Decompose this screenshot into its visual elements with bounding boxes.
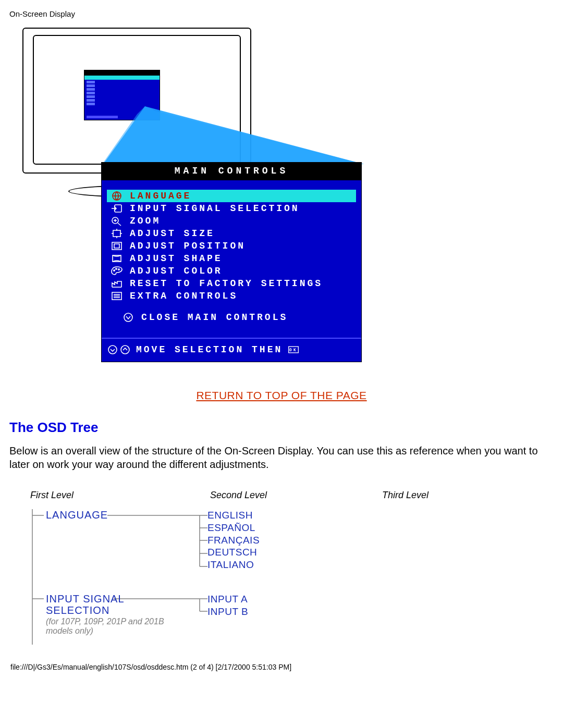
tree-child: INPUT A <box>207 593 248 606</box>
osd-item-label: INPUT SIGNAL SELECTION <box>130 203 300 214</box>
osd-item-label: EXTRA CONTROLS <box>130 291 238 301</box>
osd-panel: MAIN CONTROLS LANGUAGE INPUT SIGNAL SELE… <box>101 162 362 362</box>
magnify-icon <box>110 215 124 227</box>
osd-item-reset[interactable]: RESET TO FACTORY SETTINGS <box>107 277 356 290</box>
osd-footer-text: MOVE SELECTION THEN <box>136 344 283 355</box>
osd-item-label: LANGUAGE <box>130 191 191 201</box>
tree-child: ESPAÑOL <box>207 522 260 534</box>
down-circle-icon <box>107 344 118 355</box>
footer-path: file:///D|/Gs3/Es/manual/english/107S/os… <box>9 658 554 676</box>
projection-beam <box>88 67 359 161</box>
osd-close-label: CLOSE MAIN CONTROLS <box>141 312 288 323</box>
svg-line-7 <box>118 223 121 226</box>
osd-item-adjust-shape[interactable]: ADJUST SHAPE <box>107 252 356 265</box>
osd-figure: MAIN CONTROLS LANGUAGE INPUT SIGNAL SELE… <box>9 28 531 366</box>
tree-child: DEUTSCH <box>207 546 260 559</box>
osd-item-zoom[interactable]: ZOOM <box>107 215 356 227</box>
osd-item-label: ZOOM <box>130 216 161 226</box>
osd-item-language[interactable]: LANGUAGE <box>107 190 356 202</box>
tree-note: (for 107P, 109P, 201P and 201B models on… <box>46 617 187 636</box>
list-icon <box>110 290 124 302</box>
svg-point-20 <box>118 269 119 270</box>
shape-icon <box>110 253 124 264</box>
osd-item-adjust-position[interactable]: ADJUST POSITION <box>107 240 356 252</box>
svg-point-26 <box>124 313 132 322</box>
svg-text:OK: OK <box>289 348 298 352</box>
osd-item-label: ADJUST COLOR <box>130 266 223 276</box>
size-icon <box>110 228 124 239</box>
osd-tree: First Level Second Level Third Level <box>9 490 554 636</box>
osd-item-label: ADJUST SIZE <box>130 228 215 239</box>
section-body: Below is an overall view of the structur… <box>9 444 554 471</box>
svg-point-19 <box>116 268 117 269</box>
osd-close-row[interactable]: CLOSE MAIN CONTROLS <box>107 312 356 323</box>
tree-child: ITALIANO <box>207 559 260 571</box>
tree-node-input-signal: INPUT SIGNAL SELECTION (for 107P, 109P, … <box>9 593 554 636</box>
svg-rect-10 <box>113 230 120 237</box>
osd-item-label: ADJUST POSITION <box>130 241 246 251</box>
tree-header-first: First Level <box>9 490 210 501</box>
tree-header-third: Third Level <box>382 490 429 501</box>
up-circle-icon <box>119 344 131 355</box>
osd-item-adjust-color[interactable]: ADJUST COLOR <box>107 265 356 277</box>
osd-item-label: RESET TO FACTORY SETTINGS <box>130 278 323 289</box>
osd-footer: MOVE SELECTION THEN OK <box>102 338 361 362</box>
svg-rect-16 <box>114 244 119 248</box>
down-circle-icon <box>123 312 134 323</box>
osd-title: MAIN CONTROLS <box>102 163 361 180</box>
svg-point-18 <box>114 270 115 271</box>
tree-child: ENGLISH <box>207 509 260 522</box>
return-link-text[interactable]: RETURN TO TOP OF THE PAGE <box>196 389 366 401</box>
palette-icon <box>110 265 124 277</box>
svg-marker-1 <box>102 106 364 164</box>
svg-point-27 <box>108 346 117 354</box>
tree-node-language: LANGUAGE ENGLISH ESPAÑOL FRANÇAIS DEUTSC… <box>9 509 554 571</box>
section-title: The OSD Tree <box>9 419 554 436</box>
osd-item-label: ADJUST SHAPE <box>130 253 223 264</box>
svg-point-28 <box>121 346 129 354</box>
tree-label: INPUT SIGNAL SELECTION <box>46 593 187 616</box>
return-to-top-link[interactable]: RETURN TO TOP OF THE PAGE <box>9 389 554 402</box>
factory-icon <box>110 278 124 289</box>
tree-child: FRANÇAIS <box>207 534 260 547</box>
input-icon <box>110 203 124 214</box>
osd-item-adjust-size[interactable]: ADJUST SIZE <box>107 227 356 240</box>
svg-rect-15 <box>112 242 121 250</box>
osd-item-input-signal[interactable]: INPUT SIGNAL SELECTION <box>107 202 356 215</box>
tree-child: INPUT B <box>207 606 248 618</box>
globe-icon <box>110 190 124 202</box>
position-icon <box>110 240 124 252</box>
osd-item-extra[interactable]: EXTRA CONTROLS <box>107 290 356 302</box>
page-header: On-Screen Display <box>9 9 554 18</box>
tree-label: LANGUAGE <box>46 509 187 521</box>
ok-box-icon: OK <box>288 344 299 355</box>
tree-header-second: Second Level <box>210 490 382 501</box>
